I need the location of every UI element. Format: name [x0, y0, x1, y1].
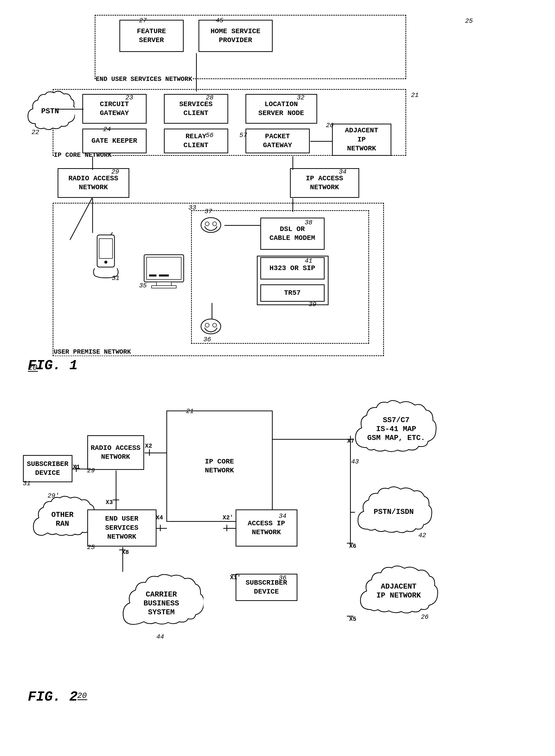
fig2-end-user-services: END USERSERVICESNETWORK	[87, 509, 157, 547]
ref-56: 56	[206, 132, 214, 139]
fig2-line-x3-vert	[116, 470, 117, 510]
ref-57: 57	[240, 132, 247, 139]
fig2-tick-x2p	[226, 525, 227, 531]
line-h37-to-dsl	[224, 225, 261, 226]
svg-point-5	[213, 323, 217, 327]
fig2-radio-access-network: RADIO ACCESSNETWORK	[87, 435, 144, 470]
fig2-tick-x5	[347, 616, 353, 617]
ref-45: 45	[216, 17, 223, 24]
fig2-ref-44: 44	[157, 633, 164, 640]
relay-client-box: RELAYCLIENT	[164, 129, 228, 153]
fig2-line-x6-horiz	[350, 512, 355, 513]
svg-rect-15	[159, 275, 169, 277]
svg-rect-13	[152, 286, 176, 288]
svg-point-8	[104, 261, 107, 264]
line-h36-to-h323	[212, 303, 212, 319]
fig2-line-x6-vert	[350, 442, 351, 546]
line-core-to-ian	[293, 156, 293, 170]
adjacent-ip-network-box: ADJACENTIPNETWORK	[332, 124, 391, 156]
ref-27: 27	[139, 17, 147, 24]
fig2-ref-36: 36	[279, 574, 287, 582]
fig1-diagram: END USER SERVICES NETWORK 25 FEATURESERV…	[18, 10, 537, 376]
ref-23: 23	[126, 94, 133, 101]
fig2-ref-29: 29	[87, 467, 95, 474]
fig2-carrier-business-cloud: CARRIERBUSINESSSYSTEM	[119, 571, 204, 636]
fig2-label-20: 20	[77, 691, 87, 700]
fig2-tick-x7	[350, 436, 351, 442]
line-ian-to-upn	[293, 198, 293, 212]
fig2-pstn-isdn-cloud: PSTN/ISDN	[354, 485, 433, 539]
gate-keeper-box: GATE KEEPER	[82, 129, 146, 153]
fig2-tick-x1	[76, 465, 77, 472]
fig2-x4: X4	[156, 514, 163, 521]
computer-icon	[142, 252, 186, 292]
line-cg-to-pstn	[55, 109, 84, 110]
fig2-tick-x4	[160, 525, 161, 531]
services-client-box: SERVICESCLIENT	[164, 94, 228, 124]
fig2-ref-43: 43	[351, 458, 359, 465]
fig2-ref-26: 26	[421, 613, 429, 621]
ref-35: 35	[139, 282, 147, 289]
fig2-adjacent-ip-cloud: ADJACENTIP NETWORK	[357, 564, 441, 618]
fig2-tick-x6	[347, 543, 353, 544]
fig2-tick-x1p	[231, 574, 238, 575]
fig2-subscriber-device-left: SUBSCRIBERDEVICE	[23, 455, 73, 482]
diagonal-line-ran	[68, 195, 117, 245]
fig2-ref-34: 34	[279, 512, 287, 520]
ref-22: 22	[32, 129, 39, 136]
fig2-line-x1	[73, 469, 88, 469]
handset-icon-37	[199, 213, 223, 238]
user-premise-label: USER PREMISE NETWORK	[54, 348, 131, 355]
fig2-ip-core-network: IP CORENETWORK	[166, 411, 273, 522]
fig2-other-ran-cloud: OTHERRAN	[31, 495, 95, 544]
label-20-underline	[28, 371, 38, 372]
pstn-cloud: PSTN	[26, 89, 75, 133]
fig2-x2p: X2'	[223, 514, 233, 521]
ref-39: 39	[309, 301, 316, 308]
page: END USER SERVICES NETWORK 25 FEATURESERV…	[0, 0, 555, 756]
end-user-services-label: END USER SERVICES NETWORK	[96, 75, 192, 83]
ip-access-network-box: IP ACCESSNETWORK	[290, 168, 359, 198]
fig2-ref-29p: 29'	[48, 492, 59, 500]
fig2-line-x8-vert	[122, 547, 123, 572]
tr57-box: TR57	[260, 284, 325, 302]
fig2-x3: X3	[106, 499, 113, 506]
ref-38: 38	[305, 219, 312, 226]
ref-26: 26	[326, 122, 334, 129]
fig2-ss7-cloud: SS7/C7IS-41 MAPGSM MAP, ETC.	[352, 398, 441, 460]
home-service-provider-box: HOME SERVICEPROVIDER	[199, 20, 273, 52]
location-server-node-box: LOCATIONSERVER NODE	[246, 94, 317, 124]
fig2-line-x2p	[223, 528, 236, 529]
ref-36: 36	[204, 336, 211, 343]
ref-24: 24	[103, 126, 111, 133]
ref-34: 34	[339, 168, 347, 176]
fig2-line-x4	[157, 528, 167, 529]
fig2-ref-42: 42	[419, 532, 426, 539]
fig2-x5: X5	[349, 616, 356, 623]
svg-point-1	[205, 222, 209, 226]
handset-icon-36	[199, 314, 223, 339]
ref-37: 37	[205, 208, 212, 215]
fig2-line-x2	[144, 453, 167, 453]
packet-gateway-box: PACKETGATEWAY	[246, 129, 310, 153]
ref-21: 21	[411, 91, 419, 99]
line-pg-to-adj	[310, 141, 333, 142]
line-core-to-ran	[92, 156, 93, 170]
ref-29: 29	[112, 168, 119, 176]
fig2-x2: X2	[145, 443, 152, 449]
svg-line-16	[70, 198, 92, 240]
fig2-line-x7	[273, 439, 353, 440]
svg-point-2	[213, 222, 217, 226]
svg-rect-12	[157, 282, 171, 286]
fig2-access-ip-network: ACCESS IPNETWORK	[236, 509, 297, 547]
ref-31: 31	[112, 275, 120, 282]
fig2-subscriber-device-right: SUBSCRIBERDEVICE	[236, 574, 297, 601]
fig2-ref-21: 21	[186, 408, 194, 415]
feature-server-box: FEATURESERVER	[119, 20, 184, 52]
fig2-label: FIG. 2	[28, 689, 78, 705]
fig2-diagram: SUBSCRIBERDEVICE 31 RADIO ACCESSNETWORK …	[18, 386, 537, 707]
fig2-tick-x8	[119, 549, 126, 550]
fig2-tick-x3	[113, 500, 119, 500]
ref-32: 32	[297, 94, 305, 101]
fig2-tick-x2	[149, 449, 150, 456]
